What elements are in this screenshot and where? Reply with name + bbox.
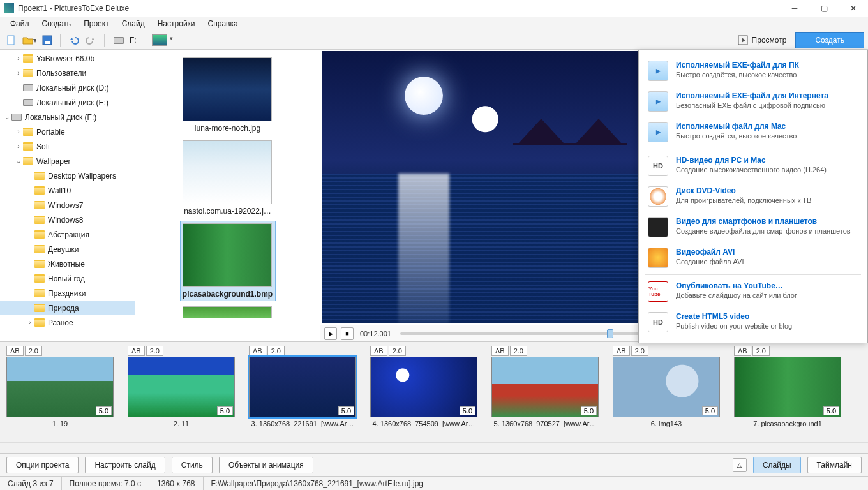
export-option[interactable]: Видеофайл AVIСоздание файла AVI	[639, 242, 867, 273]
folder-icon	[34, 172, 45, 180]
file-thumbnail[interactable]: nastol.com.ua-192022.j…	[180, 138, 276, 218]
file-thumbnail-panel: luna-more-noch.jpgnastol.com.ua-192022.j…	[135, 50, 320, 341]
status-dimensions: 868 x 490	[149, 477, 203, 490]
collapse-button[interactable]: △	[733, 458, 747, 472]
tree-item[interactable]: •Праздники	[0, 286, 135, 301]
stop-button[interactable]: ■	[341, 327, 354, 340]
timeline-slide[interactable]: AB2.05.01. 19	[6, 346, 114, 427]
menu-Справка[interactable]: Справка	[202, 17, 244, 30]
redo-icon[interactable]	[84, 33, 99, 48]
folder-icon	[23, 157, 33, 165]
export-option[interactable]: You TubeОпубликовать на YouTube…Добавьте…	[639, 276, 867, 307]
seek-thumb[interactable]	[607, 329, 613, 338]
tree-item[interactable]: ›Разное	[0, 315, 135, 330]
timeline-slide[interactable]: AB2.05.07. picasabackground1	[734, 346, 841, 427]
tree-item[interactable]: •Wall10	[0, 183, 135, 198]
style-button[interactable]: Стиль	[172, 457, 213, 473]
tree-item[interactable]: ›YaBrowser 66.0b	[0, 51, 135, 66]
file-thumbnail[interactable]: picasabackground1.bmp	[180, 221, 276, 301]
timeline-scrollbar[interactable]	[0, 442, 868, 453]
undo-icon[interactable]	[66, 33, 81, 48]
svg-rect-0	[8, 36, 14, 45]
tree-item[interactable]: •Desktop Wallpapers	[0, 168, 135, 183]
bottom-toolbar: Опции проекта Настроить слайд Стиль Объе…	[0, 453, 868, 476]
timeline-slide[interactable]: AB2.05.05. 1360x768_970527_[www.Ar…	[491, 346, 599, 427]
folder-tree[interactable]: ›YaBrowser 66.0b›Пользователи•Локальный …	[0, 50, 135, 341]
folder-icon	[23, 69, 33, 77]
tree-item[interactable]: •Животные	[0, 256, 135, 271]
tree-item[interactable]: ›Portable	[0, 124, 135, 139]
timeline-slide[interactable]: AB2.05.03. 1360x768_221691_[www.Ar…	[249, 346, 356, 427]
tree-item[interactable]: •Локальный диск (D:)	[0, 80, 135, 95]
folder-icon	[23, 142, 33, 151]
tree-item[interactable]: •Природа	[0, 301, 135, 315]
folder-icon	[34, 230, 45, 239]
slide-timeline: AB2.05.01. 19AB2.05.02. 11AB2.05.03. 136…	[0, 341, 868, 453]
timeline-slide[interactable]: AB2.05.02. 11	[128, 346, 235, 427]
export-option[interactable]: Диск DVD-VideoДля проигрывателей, подклю…	[639, 181, 867, 212]
tree-item[interactable]: •Windows7	[0, 198, 135, 212]
folder-icon	[34, 260, 45, 268]
folder-icon	[23, 54, 33, 63]
timeline-tab[interactable]: Таймлайн	[807, 457, 862, 473]
app-icon	[4, 3, 14, 13]
export-option[interactable]: ▶Исполняемый EXE-файл для ПКБыстро созда…	[639, 56, 867, 86]
open-folder-icon[interactable]: ▾	[22, 33, 37, 48]
tree-item[interactable]: ⌄Wallpaper	[0, 154, 135, 168]
project-options-button[interactable]: Опции проекта	[6, 457, 79, 473]
thumbnail-list[interactable]: luna-more-noch.jpgnastol.com.ua-192022.j…	[135, 50, 320, 341]
tree-item[interactable]: •Девушки	[0, 242, 135, 256]
export-option[interactable]: ▶Исполняемый файл для MacБыстро создаётс…	[639, 117, 867, 147]
folder-icon	[34, 186, 45, 195]
folder-icon	[34, 274, 45, 283]
tree-item[interactable]: ⌄Локальный диск (F:)	[0, 110, 135, 124]
menu-Создать[interactable]: Создать	[36, 17, 78, 30]
svg-text:▾: ▾	[33, 36, 36, 45]
export-option[interactable]: HDCreate HTML5 videoPublish video on you…	[639, 307, 867, 338]
menu-Файл[interactable]: Файл	[4, 17, 36, 30]
export-option[interactable]: HDHD-видео для PC и MacСоздание высокока…	[639, 151, 867, 181]
color-picker[interactable]	[152, 33, 167, 48]
minimize-button[interactable]: ─	[780, 0, 809, 17]
file-thumbnail[interactable]: luna-more-noch.jpg	[180, 55, 276, 135]
folder-icon	[34, 201, 45, 209]
tree-item[interactable]: •Абстракция	[0, 227, 135, 242]
dev-icon	[648, 217, 668, 237]
play-button[interactable]: ▶	[324, 327, 337, 340]
status-slide-count: Слайд 3 из 7	[0, 477, 62, 490]
export-option[interactable]: Видео для смартфонов и планшетовСоздание…	[639, 212, 867, 242]
folder-icon	[34, 216, 45, 224]
tree-item[interactable]: •Windows8	[0, 212, 135, 227]
timeline-slide[interactable]: AB2.05.04. 1360x768_754509_[www.Ar…	[370, 346, 477, 427]
hd-icon: HD	[648, 156, 668, 176]
configure-slide-button[interactable]: Настроить слайд	[85, 457, 165, 473]
maximize-button[interactable]: ▢	[809, 0, 839, 17]
export-menu[interactable]: ▶Исполняемый EXE-файл для ПКБыстро созда…	[638, 50, 868, 343]
status-filepath: F:\Wallpaper\Природа\1360x768_221691_[ww…	[204, 477, 869, 490]
tree-item[interactable]: •Локальный диск (E:)	[0, 95, 135, 110]
folder-icon	[23, 128, 33, 136]
drive-selector[interactable]: F:	[110, 36, 140, 45]
menu-Проект[interactable]: Проект	[77, 17, 116, 30]
create-button[interactable]: Создать	[795, 32, 864, 48]
title-bar: Проект1 - PicturesToExe Deluxe ─ ▢ ✕	[0, 0, 868, 17]
timeline-slide[interactable]: AB2.05.06. img143	[613, 346, 720, 427]
file-thumbnail[interactable]	[180, 304, 276, 319]
close-button[interactable]: ✕	[839, 0, 868, 17]
slide-strip[interactable]: AB2.05.01. 19AB2.05.02. 11AB2.05.03. 136…	[0, 342, 868, 442]
folder-icon	[34, 318, 45, 327]
new-file-icon[interactable]	[4, 33, 19, 48]
yt-icon: You Tube	[648, 281, 668, 302]
objects-animation-button[interactable]: Объекты и анимация	[219, 457, 313, 473]
slides-tab[interactable]: Слайды	[753, 457, 801, 473]
tree-item[interactable]: ›Пользователи	[0, 66, 135, 80]
save-icon[interactable]	[40, 33, 55, 48]
separator	[60, 34, 61, 47]
preview-button[interactable]: Просмотр	[731, 32, 793, 48]
menu-Слайд[interactable]: Слайд	[116, 17, 151, 30]
drive-icon	[114, 37, 124, 44]
tree-item[interactable]: •Новый год	[0, 271, 135, 286]
menu-Настройки[interactable]: Настройки	[151, 17, 202, 30]
export-option[interactable]: ▶Исполняемый EXE-файл для ИнтернетаБезоп…	[639, 86, 867, 117]
tree-item[interactable]: ›Soft	[0, 139, 135, 154]
